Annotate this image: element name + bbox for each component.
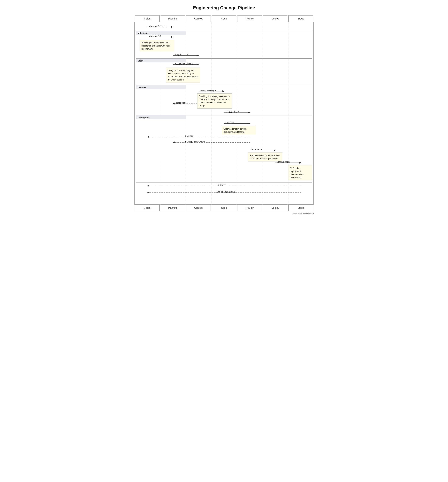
arrow-label-acceptance-criteria-check: ✔ Acceptance Criteria — [184, 140, 205, 143]
col-header-planning: Planning — [160, 15, 185, 22]
col-header-bottom-review: Review — [237, 205, 262, 211]
col-header-code: Code — [212, 15, 236, 22]
note-local-dx: Optimize for spin up time, debugging, an… — [222, 126, 256, 135]
footer-made-with: MADE WITH — [292, 212, 302, 214]
col-header-review: Review — [237, 15, 262, 22]
arrow-label-story: Story 1, 2 … N — [175, 53, 188, 56]
arrow-label-stakeholder-testing: 💬 Stakeholder testing — [214, 191, 235, 193]
col-header-bottom-context: Context — [186, 205, 211, 211]
arrow-label-local-dx: Local DX — [225, 121, 234, 124]
arrow-label-technical-design: Technical Design — [200, 89, 216, 92]
arrow-label-acceptance: Acceptance — [251, 148, 262, 151]
page-title: Engineering Change Pipeline — [134, 5, 314, 10]
swimlane-label-context: Context — [137, 86, 149, 89]
swimlane-label-milestone: Milestone — [137, 32, 152, 35]
footer: MADE WITH swimlanes.io — [134, 212, 314, 214]
note-story: Design documents, diagrams, RFCs, spikes… — [166, 68, 200, 83]
arrow-label-resize-stories: Resize stories — [175, 102, 187, 104]
note-technical-design: Breaking down Story acceptance criteria … — [197, 93, 232, 109]
swimlane-label-changeset: Changeset — [137, 116, 152, 119]
swimlane-label-story: Story — [137, 59, 147, 62]
svg-rect-10 — [136, 58, 312, 85]
col-header-bottom-stage: Stage — [288, 205, 313, 211]
note-acceptance: Automated checks, PR size, and consisten… — [248, 153, 282, 161]
note-stable-pipeline: E2E tests, deployment documentation, obs… — [288, 165, 312, 180]
top-columns-row: Vision Planning Context Code Review Depl… — [134, 15, 314, 22]
arrow-label-demos-outer: ⊕ Demos — [217, 184, 226, 186]
arrow-label-pr: PR 1, 2, 3 … N — [225, 111, 240, 113]
arrow-label-acceptance-criteria: Acceptance Criteria — [175, 63, 193, 65]
note-milestone: Breaking the vision down into milestones… — [140, 40, 174, 52]
col-header-bottom-code: Code — [212, 205, 236, 211]
arrow-label-milestone-ac: Milestone AC — [149, 35, 161, 37]
arrow-label-demos-changeset: ⊕ Demos — [184, 135, 193, 137]
col-header-stage: Stage — [288, 15, 313, 22]
col-header-bottom-deploy: Deploy — [263, 205, 288, 211]
col-header-vision: Vision — [135, 15, 160, 22]
bottom-columns-row: Vision Planning Context Code Review Depl… — [134, 205, 314, 211]
footer-brand: swimlanes.io — [303, 212, 314, 214]
page: Engineering Change Pipeline Vision Plann… — [131, 0, 317, 221]
col-header-deploy: Deploy — [263, 15, 288, 22]
arrow-label-milestone: Milestone 1, 2 … N — [149, 25, 166, 27]
diagram: Milestone Story Context Changeset Milest… — [134, 22, 314, 205]
svg-rect-14 — [136, 115, 312, 182]
col-header-context: Context — [186, 15, 211, 22]
col-header-bottom-vision: Vision — [135, 205, 160, 211]
col-header-bottom-planning: Planning — [160, 205, 185, 211]
